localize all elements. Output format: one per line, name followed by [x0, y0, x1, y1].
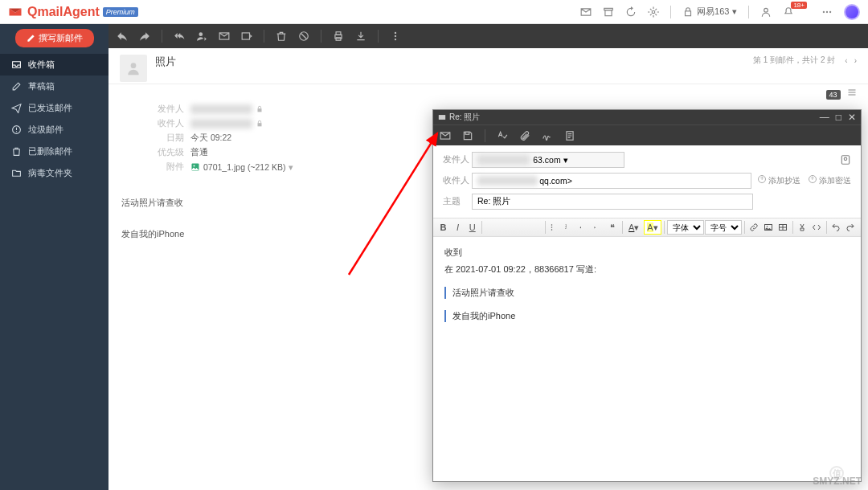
sent-icon	[11, 103, 22, 113]
quoted-text: 发自我的iPhone	[444, 310, 850, 322]
lock-icon	[256, 105, 264, 113]
move-icon[interactable]	[241, 31, 252, 42]
pager-prev[interactable]: ‹	[845, 56, 847, 65]
emoji-button[interactable]	[796, 220, 809, 235]
contacts-icon[interactable]	[840, 154, 851, 165]
pager-count: 第 1 到邮件，共计 2 封	[753, 55, 835, 66]
align-justify-button[interactable]	[528, 220, 542, 235]
reply-icon[interactable]	[117, 31, 128, 42]
italic-button[interactable]: I	[451, 220, 465, 235]
mail-action-icon[interactable]	[219, 31, 230, 42]
sender-value: xxxxxxx	[190, 104, 252, 114]
signature-icon[interactable]	[542, 130, 553, 141]
refresh-icon[interactable]	[625, 6, 637, 18]
template-icon[interactable]	[564, 130, 575, 141]
compose-toolbar	[433, 125, 861, 145]
svg-point-5	[823, 10, 825, 12]
maximize-button[interactable]: □	[836, 112, 841, 123]
header-actions: 网易163 ▾ 18+	[580, 4, 860, 20]
reply-all-icon[interactable]	[174, 31, 185, 42]
message-header: 照片 第 1 到邮件，共计 2 封 ‹ ›	[108, 48, 868, 84]
sidebar-item-spam[interactable]: 垃圾邮件	[0, 119, 108, 141]
compose-fields: 发件人 x63.com ▾ 收件人 xqq.com> 添加抄送 添加密送 主题	[433, 145, 861, 218]
underline-button[interactable]: U	[465, 220, 479, 235]
sidebar-item-label: 已发送邮件	[28, 102, 72, 114]
code-button[interactable]	[810, 220, 824, 235]
more-vert-icon[interactable]	[390, 31, 401, 42]
svg-rect-26	[465, 132, 469, 134]
date-value: 今天 09:22	[190, 133, 231, 144]
attach-icon[interactable]	[519, 130, 530, 141]
archive-icon[interactable]	[603, 6, 614, 18]
sidebar-item-sent[interactable]: 已发送邮件	[0, 97, 108, 119]
attachment-chip[interactable]: 0701_1.jpg (~212 KB) ▾	[190, 162, 293, 172]
user-forward-icon[interactable]	[196, 31, 207, 42]
list-ol-button[interactable]: 12	[562, 220, 575, 235]
svg-rect-1	[605, 10, 612, 15]
indent-button[interactable]	[592, 220, 605, 235]
pager: 第 1 到邮件，共计 2 封 ‹ ›	[753, 55, 857, 66]
quote-button[interactable]: ❝	[606, 220, 620, 235]
delete-icon[interactable]	[276, 31, 287, 42]
font-family-select[interactable]: 字体	[667, 220, 704, 235]
user-icon[interactable]	[760, 6, 772, 18]
compose-title-bar[interactable]: Re: 照片 — □ ✕	[433, 110, 861, 125]
to-field[interactable]: xqq.com>	[472, 173, 751, 189]
undo-button[interactable]	[829, 220, 843, 235]
redo-button[interactable]	[844, 220, 858, 235]
priority-value: 普通	[190, 147, 208, 158]
font-size-select[interactable]: 字号	[705, 220, 742, 235]
list-ul-button[interactable]	[547, 220, 561, 235]
sidebar-item-virus[interactable]: 病毒文件夹	[0, 162, 108, 184]
compose-button[interactable]: 撰写新邮件	[15, 29, 94, 47]
folder-icon	[11, 168, 22, 178]
gear-icon[interactable]	[648, 6, 659, 18]
close-button[interactable]: ✕	[848, 112, 856, 123]
from-field[interactable]: x63.com ▾	[472, 152, 624, 168]
link-button[interactable]	[747, 220, 761, 235]
font-color-button[interactable]: A ▾	[625, 220, 643, 235]
more-icon[interactable]	[821, 6, 833, 18]
premium-badge: Premium	[103, 7, 138, 17]
recipient-value: xxxxxxx	[190, 119, 252, 129]
view-mode-badge[interactable]: 43	[826, 90, 841, 100]
lock-icon	[256, 120, 264, 128]
save-icon[interactable]	[462, 130, 473, 141]
forward-icon[interactable]	[139, 31, 150, 42]
bold-button[interactable]: B	[436, 220, 450, 235]
mail-icon[interactable]	[580, 6, 592, 18]
list-view-icon[interactable]	[847, 88, 857, 97]
bg-color-button[interactable]: A ▾	[644, 220, 661, 235]
download-icon[interactable]	[355, 31, 366, 42]
svg-point-2	[652, 10, 655, 14]
sidebar-item-drafts[interactable]: 草稿箱	[0, 76, 108, 97]
sidebar-item-inbox[interactable]: 收件箱	[0, 54, 108, 76]
table-button[interactable]	[776, 220, 790, 235]
sidebar-item-label: 病毒文件夹	[28, 167, 72, 179]
print-icon[interactable]	[333, 31, 344, 42]
align-center-button[interactable]	[499, 220, 513, 235]
svg-point-36	[767, 226, 768, 227]
svg-rect-11	[242, 33, 249, 39]
add-bcc-link[interactable]: 添加密送	[809, 175, 851, 186]
outdent-button[interactable]	[577, 220, 591, 235]
user-avatar[interactable]	[844, 4, 860, 20]
junk-icon[interactable]	[298, 31, 309, 42]
sidebar-item-trash[interactable]: 已删除邮件	[0, 141, 108, 162]
subject-field[interactable]	[472, 194, 753, 210]
spellcheck-icon[interactable]	[497, 130, 508, 141]
send-icon[interactable]	[440, 130, 451, 141]
account-selector[interactable]: 网易163 ▾	[682, 6, 737, 18]
svg-point-32	[551, 229, 553, 231]
pager-next[interactable]: ›	[854, 56, 857, 65]
image-button[interactable]	[762, 220, 776, 235]
minimize-button[interactable]: —	[820, 112, 829, 123]
compose-body[interactable]: 收到 在 2021-07-01 09:22，88366817 写道: 活动照片请…	[433, 237, 861, 481]
align-left-button[interactable]	[485, 220, 498, 235]
add-cc-link[interactable]: 添加抄送	[758, 175, 800, 186]
notification-bell[interactable]: 18+	[783, 6, 810, 18]
sidebar-item-label: 已删除邮件	[28, 145, 72, 157]
align-right-button[interactable]	[514, 220, 527, 235]
spam-icon	[11, 125, 22, 135]
notification-count: 18+	[791, 2, 807, 9]
